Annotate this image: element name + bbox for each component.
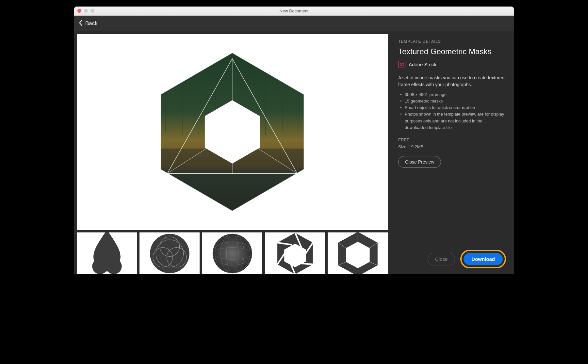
svg-point-17	[92, 259, 108, 274]
section-label: TEMPLATE DETAILS	[398, 39, 506, 44]
adobe-stock-icon: St	[398, 61, 405, 68]
window-title: New Document	[74, 8, 514, 13]
thumb-circle-pattern[interactable]	[139, 232, 200, 274]
price-label: FREE	[398, 137, 506, 144]
details-panel: TEMPLATE DETAILS Textured Geometric Mask…	[390, 31, 514, 274]
source-name: Adobe Stock	[409, 62, 436, 67]
feature-item: Smart objects for quick customization	[400, 104, 506, 111]
feature-item: 3508 x 4961 px image	[400, 91, 506, 98]
new-document-window: New Document Back	[74, 7, 514, 274]
hexagon-preview-image	[149, 49, 316, 215]
template-meta: FREE Size: 19.2MB	[398, 137, 506, 150]
thumbnail-strip	[77, 232, 388, 274]
panel-footer: Close Download	[398, 250, 506, 268]
svg-point-18	[106, 259, 122, 274]
back-label: Back	[85, 20, 98, 27]
preview-main	[77, 34, 388, 230]
thumb-sphere-grid[interactable]	[202, 232, 262, 274]
minimize-window-icon[interactable]	[84, 9, 88, 13]
feature-item: Photos shown in the template preview are…	[400, 111, 506, 131]
thumb-hex-outline[interactable]	[328, 232, 388, 274]
zoom-window-icon[interactable]	[90, 9, 94, 13]
dialog-body: TEMPLATE DETAILS Textured Geometric Mask…	[74, 31, 514, 274]
feature-list: 3508 x 4961 px image 15 geometric masks …	[398, 91, 506, 131]
toolbar: Back	[74, 16, 514, 31]
thumb-teardrop[interactable]	[77, 232, 137, 274]
chevron-left-icon	[79, 20, 83, 27]
close-button[interactable]: Close	[428, 253, 455, 265]
thumb-aperture[interactable]	[265, 232, 325, 274]
close-preview-button[interactable]: Close Preview	[398, 156, 441, 168]
svg-line-35	[299, 263, 313, 264]
close-window-icon[interactable]	[77, 9, 81, 13]
download-highlight: Download	[460, 250, 506, 268]
titlebar: New Document	[74, 7, 514, 16]
template-source[interactable]: St Adobe Stock	[398, 61, 506, 68]
window-controls	[77, 9, 94, 13]
feature-item: 15 geometric masks	[400, 98, 506, 104]
size-label: Size: 19.2MB	[398, 144, 506, 150]
back-button[interactable]: Back	[79, 20, 98, 27]
template-title: Textured Geometric Masks	[398, 47, 506, 56]
svg-point-24	[213, 234, 252, 273]
download-button[interactable]: Download	[464, 253, 503, 265]
preview-column	[74, 31, 390, 274]
template-description: A set of image masks you can use to crea…	[398, 74, 506, 88]
